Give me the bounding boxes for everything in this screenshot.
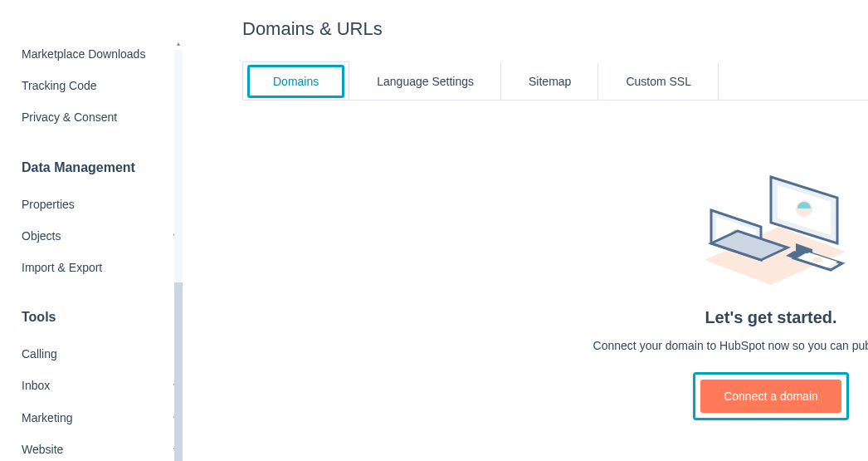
tab-language-settings[interactable]: Language Settings [349, 62, 501, 101]
sidebar-item-label: Properties [22, 197, 75, 212]
devices-illustration-icon [688, 160, 854, 293]
sidebar-item-privacy-consent[interactable]: Privacy & Consent [22, 101, 183, 133]
sidebar-item-tracking-code[interactable]: Tracking Code [22, 70, 183, 101]
sidebar-item-label: Marketplace Downloads [22, 47, 145, 61]
empty-state-heading: Let's get started. [705, 308, 836, 327]
sidebar-item-label: Calling [22, 346, 57, 361]
sidebar-item-label: Tracking Code [22, 78, 97, 93]
empty-state-subtext: Connect your domain to HubSpot now so yo… [593, 339, 868, 352]
sidebar-item-objects[interactable]: Objects [22, 220, 183, 252]
sidebar-item-marketing[interactable]: Marketing [22, 402, 183, 434]
sidebar-item-label: Marketing [22, 410, 72, 425]
settings-sidebar: ▴ Marketplace Downloads Tracking Code Pr… [0, 0, 204, 461]
tab-custom-ssl[interactable]: Custom SSL [598, 62, 719, 101]
sidebar-item-import-export[interactable]: Import & Export [22, 252, 183, 283]
sidebar-item-label: Inbox [22, 378, 50, 393]
sidebar-item-properties[interactable]: Properties [22, 189, 183, 220]
tab-sitemap[interactable]: Sitemap [501, 62, 598, 101]
sidebar-scrollbar-thumb[interactable] [174, 282, 183, 461]
sidebar-scrollbar[interactable] [174, 50, 183, 461]
page-title: Domains & URLs [242, 18, 868, 40]
sidebar-heading-tools: Tools [22, 310, 183, 325]
tabs-bar: Domains Language Settings Sitemap Custom… [242, 60, 868, 101]
sidebar-item-website[interactable]: Website [22, 434, 183, 461]
sidebar-heading-data-management: Data Management [22, 160, 183, 175]
sidebar-item-label: Import & Export [22, 260, 102, 275]
main-content: Domains & URLs Domains Language Settings… [204, 0, 868, 461]
sidebar-item-label: Objects [22, 228, 61, 243]
sidebar-item-label: Website [22, 442, 63, 457]
connect-domain-highlight: Connect a domain [693, 372, 849, 420]
tab-domains-wrap: Domains [242, 61, 349, 100]
empty-state: Let's get started. Connect your domain t… [242, 101, 868, 160]
connect-domain-button[interactable]: Connect a domain [700, 380, 841, 413]
sidebar-item-inbox[interactable]: Inbox [22, 370, 183, 401]
sidebar-item-marketplace-downloads[interactable]: Marketplace Downloads [22, 38, 183, 70]
sidebar-item-label: Privacy & Consent [22, 110, 117, 125]
svg-point-12 [812, 257, 822, 262]
tab-domains[interactable]: Domains [247, 65, 344, 98]
sidebar-item-calling[interactable]: Calling [22, 338, 183, 370]
scroll-up-icon[interactable]: ▴ [174, 38, 183, 48]
